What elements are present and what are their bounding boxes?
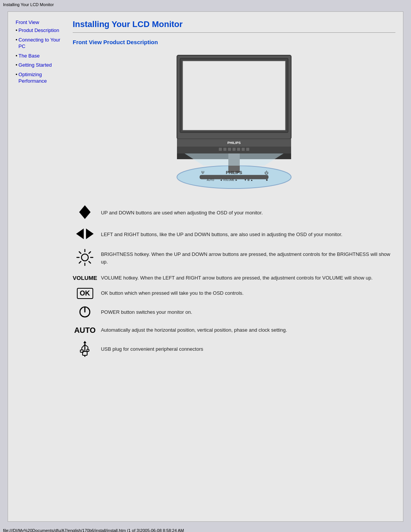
desc-up-down: UP and DOWN buttons are used when adjust… (101, 201, 395, 224)
section-title: Front View Product Description (73, 39, 395, 45)
icon-cell-up-down (73, 201, 101, 224)
svg-marker-26 (79, 212, 91, 219)
desc-usb: USB plug for convenient peripheral conne… (101, 338, 395, 361)
table-row: AUTO Automatically adjust the horizontal… (73, 323, 395, 338)
desc-ok: OK button which when pressed will take y… (101, 285, 395, 302)
svg-marker-25 (79, 205, 91, 212)
svg-rect-11 (242, 148, 245, 151)
auto-label: AUTO (74, 326, 96, 334)
svg-marker-24 (185, 153, 284, 166)
desc-power: POWER button switches your monitor on. (101, 302, 395, 323)
svg-text:⏻: ⏻ (264, 171, 268, 175)
svg-text:■: ■ (266, 179, 268, 181)
table-row: LEFT and RIGHT buttons, like the UP and … (73, 224, 395, 245)
icon-cell-ok: OK (73, 285, 101, 302)
table-row: POWER button switches your monitor on. (73, 302, 395, 323)
desc-brightness: BRIGHTNESS hotkey. When the UP and DOWN … (101, 245, 395, 271)
svg-rect-6 (219, 148, 222, 151)
svg-rect-9 (233, 148, 236, 151)
svg-text:Ψ: Ψ (201, 171, 204, 175)
page-title: Installing Your LCD Monitor (73, 19, 395, 29)
svg-text:PHILIPS: PHILIPS (227, 141, 241, 145)
left-right-arrows-icon (75, 227, 94, 241)
monitor-illustration: PHILIPS (154, 51, 314, 192)
sidebar-link-getting-started[interactable]: Getting Started (19, 62, 52, 69)
svg-rect-2 (183, 61, 285, 130)
svg-rect-12 (246, 148, 249, 151)
sidebar-link-product-desc[interactable]: Produt Description (19, 27, 59, 34)
table-row: UP and DOWN buttons are used when adjust… (73, 201, 395, 224)
sidebar-item-connecting[interactable]: • Connecting to Your PC (16, 37, 65, 51)
svg-rect-8 (228, 148, 231, 151)
sidebar-item-front-view[interactable]: Front View (16, 19, 65, 26)
svg-text:▼ ✿ ▲: ▼ ✿ ▲ (244, 179, 253, 181)
ok-button-icon: OK (77, 288, 93, 299)
sidebar-link-base[interactable]: The Base (19, 53, 40, 59)
volume-label: VOLUME (73, 275, 97, 281)
svg-line-34 (79, 252, 81, 254)
table-row: OK OK button which when pressed will tak… (73, 285, 395, 302)
svg-line-36 (89, 252, 91, 254)
icon-cell-volume: VOLUME (73, 271, 101, 285)
divider (73, 32, 395, 33)
svg-rect-7 (223, 148, 226, 151)
bullet-icon: • (16, 37, 18, 43)
svg-line-37 (79, 262, 81, 264)
bullet-icon: • (16, 53, 18, 59)
table-row: USB plug for convenient peripheral conne… (73, 338, 395, 361)
icon-cell-auto: AUTO (73, 323, 101, 338)
svg-marker-49 (83, 341, 86, 343)
bullet-icon: • (16, 72, 18, 78)
sidebar-label: Front View (16, 19, 39, 26)
main-content: Installing Your LCD Monitor Front View P… (69, 19, 395, 514)
desc-volume: VOLUME hotkey. When the LEFT and RIGHT a… (101, 271, 395, 285)
svg-text:PHILIPS: PHILIPS (226, 170, 242, 175)
window-title: Installing Your LCD Monitor (0, 2, 411, 8)
svg-point-29 (81, 254, 88, 261)
status-bar: file:///D|/My%20Documents/dfu/A7/english… (0, 527, 411, 532)
sidebar-item-optimizing[interactable]: • Optimizing Performance (16, 72, 65, 86)
desc-left-right: LEFT and RIGHT buttons, like the UP and … (101, 224, 395, 245)
icon-cell-usb (73, 338, 101, 361)
sidebar-item-getting-started[interactable]: • Getting Started (16, 62, 65, 70)
icon-cell-brightness (73, 245, 101, 271)
sidebar-link-connecting[interactable]: Connecting to Your PC (19, 37, 65, 50)
svg-point-46 (87, 349, 89, 351)
svg-marker-28 (86, 228, 94, 239)
features-table: UP and DOWN buttons are used when adjust… (73, 201, 395, 361)
table-row: BRIGHTNESS hotkey. When the UP and DOWN … (73, 245, 395, 271)
svg-rect-10 (237, 148, 240, 151)
svg-line-35 (89, 262, 91, 264)
sidebar-item-product-desc[interactable]: • Produt Description (16, 27, 65, 35)
svg-text:AUTO: AUTO (207, 179, 214, 181)
sidebar-item-base[interactable]: • The Base (16, 53, 65, 61)
table-row: VOLUME VOLUME hotkey. When the LEFT and … (73, 271, 395, 285)
up-down-arrows-icon (75, 204, 94, 220)
sidebar: Front View • Produt Description • Connec… (16, 19, 69, 514)
svg-marker-27 (76, 228, 84, 239)
brightness-icon (75, 248, 94, 267)
power-button-icon (78, 305, 92, 319)
bullet-icon: • (16, 62, 18, 69)
bullet-icon: • (16, 27, 18, 34)
icon-cell-power (73, 302, 101, 323)
svg-text:◄ VOLUME ►: ◄ VOLUME ► (220, 179, 237, 181)
desc-auto: Automatically adjust the horizontal posi… (101, 323, 395, 338)
sidebar-link-optimizing[interactable]: Optimizing Performance (19, 72, 65, 85)
icon-cell-left-right (73, 224, 101, 245)
usb-icon (78, 341, 92, 357)
